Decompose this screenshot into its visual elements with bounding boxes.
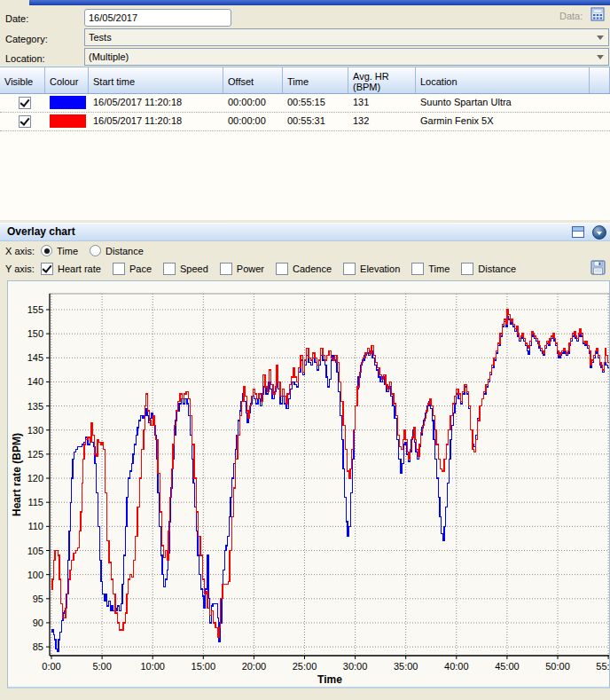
tracks-table: VisibleColourStart timeOffsetTimeAvg. HR…: [0, 67, 610, 220]
svg-text:35:00: 35:00: [394, 661, 418, 672]
series-suunto-spartan-ultra: [51, 317, 609, 651]
category-value: Tests: [89, 32, 112, 43]
svg-text:105: 105: [27, 546, 43, 556]
save-icon[interactable]: [590, 260, 606, 276]
option-label: Time: [57, 246, 78, 256]
data-grid-icon[interactable]: [590, 7, 606, 22]
y-axis-option-time[interactable]: Time: [411, 263, 450, 275]
svg-text:155: 155: [27, 304, 43, 315]
series-garmin-fenix-5x: [51, 310, 609, 637]
panel-window-icon[interactable]: [572, 226, 584, 238]
cell-time: 00:55:31: [283, 113, 348, 130]
column-header-time[interactable]: Time: [283, 67, 348, 93]
y-axis-label: Y axis:: [5, 263, 41, 274]
checkbox-power[interactable]: [220, 263, 232, 275]
radio-distance[interactable]: [90, 245, 101, 256]
colour-swatch[interactable]: [50, 96, 86, 109]
visible-checkbox[interactable]: [19, 115, 31, 128]
option-label: Speed: [180, 263, 208, 274]
table-row[interactable]: 16/05/2017 11:20:1800:00:0000:55:31132Ga…: [0, 113, 610, 131]
svg-text:30:00: 30:00: [343, 661, 368, 672]
checkbox-distance[interactable]: [461, 263, 473, 275]
data-label: Data:: [559, 11, 583, 21]
window-title-strip: [29, 0, 610, 5]
cell-start-time: 16/05/2017 11:20:18: [89, 113, 223, 130]
svg-text:90: 90: [33, 617, 43, 628]
y-axis-option-speed[interactable]: Speed: [163, 263, 208, 275]
y-axis-title: Heart rate (BPM): [11, 433, 23, 516]
location-label: Location:: [5, 51, 45, 66]
svg-text:135: 135: [27, 401, 43, 412]
cell-start-time: 16/05/2017 11:20:18: [89, 94, 223, 112]
svg-text:25:00: 25:00: [293, 661, 317, 672]
collapse-panel-icon[interactable]: [592, 225, 606, 240]
checkbox-speed[interactable]: [163, 263, 176, 275]
overlay-chart-title: Overlay chart: [7, 225, 75, 238]
svg-text:120: 120: [27, 473, 43, 484]
svg-text:10:00: 10:00: [140, 661, 165, 672]
overlay-chart-header: Overlay chart: [0, 223, 610, 241]
svg-text:130: 130: [27, 425, 43, 436]
visible-checkbox[interactable]: [19, 97, 31, 109]
option-label: Elevation: [360, 263, 400, 274]
option-label: Heart rate: [58, 263, 101, 274]
column-header-visible[interactable]: Visible: [0, 67, 45, 93]
svg-text:150: 150: [27, 328, 43, 339]
option-label: Distance: [106, 246, 144, 256]
category-label: Category:: [5, 32, 48, 46]
y-axis-option-elevation[interactable]: Elevation: [343, 263, 400, 275]
y-axis-option-heart-rate[interactable]: Heart rate: [41, 263, 101, 275]
y-axis-option-cadence[interactable]: Cadence: [276, 263, 332, 275]
svg-text:15:00: 15:00: [192, 661, 216, 672]
checkbox-pace[interactable]: [113, 263, 125, 275]
cell-blank: [590, 113, 610, 130]
y-axis-option-power[interactable]: Power: [220, 263, 264, 275]
checkbox-time[interactable]: [411, 263, 424, 275]
cell-time: 00:55:15: [283, 94, 348, 112]
chevron-down-icon[interactable]: [597, 35, 604, 40]
svg-text:40:00: 40:00: [444, 661, 469, 672]
column-header-blank: [590, 67, 610, 93]
x-axis-option-distance[interactable]: Distance: [90, 245, 144, 256]
cell-offset: 00:00:00: [223, 94, 283, 112]
column-header-location[interactable]: Location: [416, 67, 590, 93]
x-axis-title: Time: [317, 673, 342, 686]
chevron-down-icon[interactable]: [597, 55, 604, 59]
option-label: Distance: [478, 263, 516, 274]
cell-avg-hr: 132: [348, 113, 416, 130]
date-label: Date:: [5, 12, 28, 26]
y-axis-row: Y axis: Heart ratePaceSpeedPowerCadenceE…: [5, 263, 528, 275]
svg-text:140: 140: [27, 376, 43, 387]
svg-text:95: 95: [33, 594, 43, 604]
table-body: 16/05/2017 11:20:1800:00:0000:55:15131Su…: [0, 94, 610, 131]
option-label: Time: [428, 263, 450, 274]
column-header-colour[interactable]: Colour: [45, 67, 89, 93]
checkbox-elevation[interactable]: [343, 263, 356, 275]
category-select[interactable]: Tests: [84, 28, 609, 46]
svg-text:100: 100: [27, 570, 43, 580]
date-input[interactable]: 16/05/2017: [84, 9, 231, 27]
checkbox-cadence[interactable]: [276, 263, 288, 275]
column-header-avg-hr-bpm-[interactable]: Avg. HR (BPM): [348, 67, 416, 93]
svg-text:145: 145: [27, 352, 43, 363]
y-axis-option-distance[interactable]: Distance: [461, 263, 516, 275]
column-header-start-time[interactable]: Start time: [89, 67, 223, 93]
checkbox-heart-rate[interactable]: [41, 263, 53, 275]
svg-text:115: 115: [27, 497, 43, 507]
x-axis-row: X axis: TimeDistance: [5, 245, 155, 256]
colour-swatch[interactable]: [50, 114, 86, 128]
option-label: Power: [237, 263, 264, 274]
x-axis-option-time[interactable]: Time: [41, 245, 78, 256]
location-select[interactable]: (Multiple): [84, 48, 609, 66]
svg-text:0:00: 0:00: [42, 661, 60, 672]
svg-text:20:00: 20:00: [242, 661, 267, 672]
cell-location: Garmin Fenix 5X: [416, 113, 590, 130]
column-header-offset[interactable]: Offset: [223, 67, 283, 93]
table-row[interactable]: 16/05/2017 11:20:1800:00:0000:55:15131Su…: [0, 94, 610, 113]
svg-text:45:00: 45:00: [495, 661, 520, 672]
svg-text:110: 110: [27, 521, 43, 531]
y-axis-option-pace[interactable]: Pace: [113, 263, 152, 275]
radio-time[interactable]: [41, 245, 52, 256]
svg-text:85: 85: [33, 641, 43, 652]
overlay-chart-panel: 8590951001051101151201251301351401451501…: [7, 280, 610, 688]
